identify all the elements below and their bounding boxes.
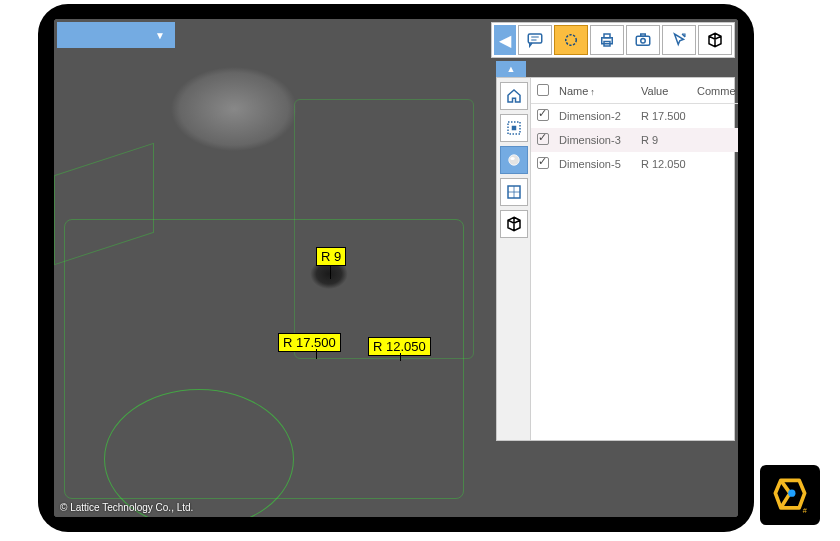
dimension-callout[interactable]: R 17.500 xyxy=(278,333,341,352)
row-value: R 12.050 xyxy=(637,158,693,170)
list-item[interactable]: Dimension-3 R 9 xyxy=(531,128,738,152)
svg-rect-11 xyxy=(512,126,517,131)
wireframe-icon xyxy=(505,183,523,201)
svg-rect-9 xyxy=(641,34,646,36)
view-dropdown[interactable]: ▼ xyxy=(57,22,175,48)
leader-line xyxy=(316,349,317,359)
comment-icon xyxy=(526,31,544,49)
row-name: Dimension-5 xyxy=(555,158,637,170)
comment-button[interactable] xyxy=(518,25,552,55)
row-checkbox[interactable] xyxy=(537,109,549,121)
row-value: R 17.500 xyxy=(637,110,693,122)
sort-asc-icon: ↑ xyxy=(590,87,595,97)
svg-point-8 xyxy=(641,39,646,44)
svg-point-3 xyxy=(566,35,577,46)
svg-point-17 xyxy=(788,490,795,497)
model-edge-overlay xyxy=(104,389,294,517)
svg-point-13 xyxy=(510,157,515,160)
row-value: R 9 xyxy=(637,134,693,146)
row-name: Dimension-2 xyxy=(555,110,637,122)
top-toolbar: ◀ xyxy=(491,22,735,58)
select-circle-icon xyxy=(562,31,580,49)
snapshot-button[interactable] xyxy=(626,25,660,55)
app-screen: R 9 R 17.500 R 12.050 ▼ ◀ xyxy=(54,19,738,517)
dimension-list: Name↑ Value Commen Dimension-2 R 17.500 … xyxy=(531,78,738,440)
measure-select-button[interactable] xyxy=(554,25,588,55)
row-name: Dimension-3 xyxy=(555,134,637,146)
wireframe-view-button[interactable] xyxy=(500,178,528,206)
lattice-logo-icon: # xyxy=(768,473,812,517)
home-icon xyxy=(505,87,523,105)
leader-line xyxy=(400,353,401,361)
cube-view-button[interactable] xyxy=(500,210,528,238)
print-icon xyxy=(598,31,616,49)
leader-line xyxy=(330,265,331,279)
list-item[interactable]: Dimension-2 R 17.500 xyxy=(531,104,738,128)
chevron-up-icon: ▲ xyxy=(507,64,516,74)
fit-view-button[interactable] xyxy=(500,114,528,142)
cube-icon xyxy=(505,215,523,233)
toolbar-collapse-button[interactable]: ◀ xyxy=(494,25,516,55)
dimension-callout[interactable]: R 9 xyxy=(316,247,346,266)
svg-point-12 xyxy=(509,155,520,166)
tablet-frame: R 9 R 17.500 R 12.050 ▼ ◀ xyxy=(38,4,754,532)
chevron-down-icon: ▼ xyxy=(155,30,165,41)
header-value[interactable]: Value xyxy=(637,85,693,97)
fit-icon xyxy=(505,119,523,137)
home-view-button[interactable] xyxy=(500,82,528,110)
list-header-row: Name↑ Value Commen xyxy=(531,78,738,104)
model-edge-overlay xyxy=(294,99,474,359)
svg-text:#: # xyxy=(803,506,808,515)
svg-rect-5 xyxy=(604,34,610,38)
row-checkbox[interactable] xyxy=(537,157,549,169)
print-button[interactable] xyxy=(590,25,624,55)
shaded-view-button[interactable] xyxy=(500,146,528,174)
copyright-text: © Lattice Technology Co., Ltd. xyxy=(60,502,193,513)
pointer-icon xyxy=(670,31,688,49)
svg-rect-7 xyxy=(636,36,650,45)
chevron-left-icon: ◀ xyxy=(499,31,511,50)
header-name[interactable]: Name↑ xyxy=(555,85,637,97)
panel-vertical-toolbar xyxy=(497,78,531,440)
lattice-logo: # xyxy=(760,465,820,525)
row-checkbox[interactable] xyxy=(537,133,549,145)
sphere-icon xyxy=(505,151,523,169)
list-item[interactable]: Dimension-5 R 12.050 xyxy=(531,152,738,176)
camera-icon xyxy=(634,31,652,49)
header-comment[interactable]: Commen xyxy=(693,85,738,97)
pick-button[interactable] xyxy=(662,25,696,55)
cube-button[interactable] xyxy=(698,25,732,55)
dimensions-panel: ▲ xyxy=(496,61,735,441)
cube-icon xyxy=(706,31,724,49)
header-checkbox[interactable] xyxy=(531,84,555,98)
svg-rect-0 xyxy=(528,34,542,43)
panel-collapse-button[interactable]: ▲ xyxy=(496,61,526,77)
